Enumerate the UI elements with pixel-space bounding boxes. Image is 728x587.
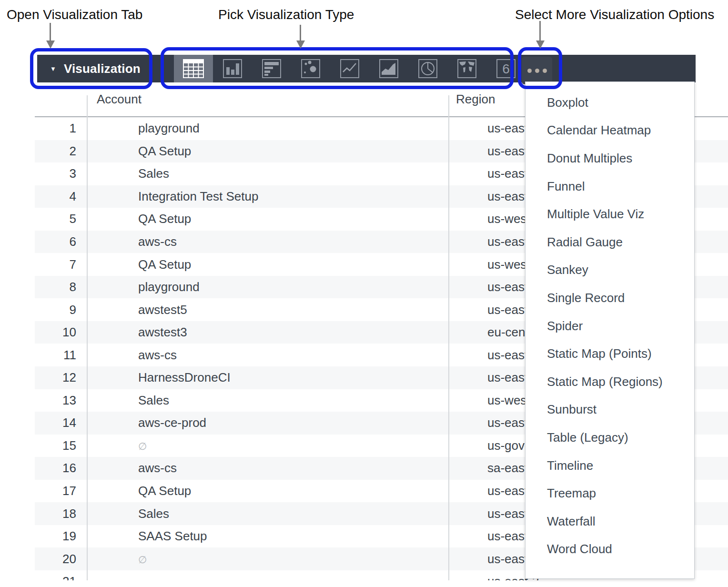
row-number-cell: 15	[35, 438, 76, 453]
ellipsis-icon	[535, 69, 539, 73]
annotation-pick-visualization-type: Pick Visualization Type	[218, 7, 354, 23]
menu-item-sankey[interactable]: Sankey	[526, 256, 694, 284]
account-cell: aws-cs	[128, 348, 480, 363]
row-number-cell: 14	[35, 415, 76, 430]
menu-item-radial-gauge[interactable]: Radial Gauge	[526, 228, 694, 256]
caret-down-icon: ▼	[50, 65, 56, 72]
null-value: ∅	[138, 441, 147, 452]
annotation-select-more-options: Select More Visualization Options	[515, 7, 714, 23]
viz-type-scatter-plot-icon[interactable]	[291, 55, 330, 82]
account-cell: awstest3	[128, 325, 480, 340]
menu-item-timeline[interactable]: Timeline	[526, 452, 694, 480]
column-header-region[interactable]: Region	[456, 82, 495, 116]
menu-item-boxplot[interactable]: Boxplot	[526, 89, 694, 117]
viz-type-area-chart-icon[interactable]	[369, 55, 408, 82]
account-cell: aws-cs	[128, 234, 480, 249]
account-cell: ∅	[128, 552, 480, 567]
row-number-cell: 3	[35, 166, 76, 181]
row-number-cell: 20	[35, 552, 76, 567]
account-cell: QA Setup	[128, 257, 480, 272]
viz-type-map-icon[interactable]	[447, 55, 486, 82]
viz-type-bar-chart-icon[interactable]	[252, 55, 291, 82]
menu-item-word-cloud[interactable]: Word Cloud	[526, 536, 694, 564]
arrow-down-icon	[539, 21, 541, 40]
menu-item-sunburst[interactable]: Sunburst	[526, 396, 694, 424]
visualization-tab-label: Visualization	[64, 61, 141, 76]
ellipsis-icon	[543, 69, 547, 73]
account-cell: playground	[128, 121, 480, 136]
viz-type-column-chart-icon[interactable]	[213, 55, 252, 82]
menu-item-funnel[interactable]: Funnel	[526, 172, 694, 201]
account-cell: Sales	[128, 166, 480, 181]
column-divider	[87, 95, 88, 580]
ellipsis-icon	[527, 69, 532, 73]
row-number-cell: 11	[35, 348, 76, 363]
menu-item-spider[interactable]: Spider	[526, 312, 694, 340]
account-cell: aws-ce-prod	[128, 415, 480, 430]
menu-item-table-legacy[interactable]: Table (Legacy)	[526, 424, 694, 452]
account-cell: QA Setup	[128, 212, 480, 226]
more-viz-options-button[interactable]	[522, 57, 552, 84]
more-viz-menu: BoxplotCalendar HeatmapDonut MultiplesFu…	[525, 81, 695, 579]
column-divider	[448, 95, 449, 580]
menu-item-single-record[interactable]: Single Record	[526, 284, 694, 312]
account-cell: playground	[128, 280, 480, 294]
row-number-cell: 9	[35, 303, 76, 317]
viz-type-picker: 6	[174, 55, 526, 82]
row-number-cell: 19	[35, 529, 76, 544]
account-cell: Sales	[128, 393, 480, 408]
menu-item-static-map-points[interactable]: Static Map (Points)	[526, 340, 694, 368]
account-cell: HarnessDroneCI	[128, 370, 480, 385]
null-value: ∅	[138, 554, 147, 565]
row-number-cell: 1	[35, 121, 76, 136]
row-number-cell: 12	[35, 370, 76, 385]
row-number-cell: 7	[35, 257, 76, 272]
viz-type-table-icon[interactable]	[174, 55, 213, 82]
account-cell: Integration Test Setup	[128, 189, 480, 204]
menu-item-multiple-value-viz[interactable]: Multiple Value Viz	[526, 200, 694, 228]
menu-item-treemap[interactable]: Treemap	[526, 479, 694, 507]
arrow-down-icon	[50, 23, 51, 40]
row-number-cell: 8	[35, 280, 76, 294]
visualization-tab-screenshot: Open Visualization Tab Pick Visualizatio…	[0, 0, 728, 587]
row-number-cell: 10	[35, 325, 76, 340]
row-number-cell: 5	[35, 212, 76, 226]
row-number-cell: 21	[35, 574, 76, 580]
visualization-tab-button[interactable]: ▼ Visualization	[37, 55, 156, 82]
account-cell: awstest5	[128, 303, 480, 317]
annotation-open-visualization-tab: Open Visualization Tab	[7, 7, 142, 23]
column-header-account[interactable]: Account	[97, 82, 142, 116]
viz-type-single-value-icon[interactable]: 6	[486, 55, 526, 82]
menu-item-donut-multiples[interactable]: Donut Multiples	[526, 144, 694, 172]
row-number-cell: 17	[35, 484, 76, 498]
account-cell: QA Setup	[128, 144, 480, 159]
viz-type-line-chart-icon[interactable]	[330, 55, 369, 82]
account-cell: SAAS Setup	[128, 529, 480, 544]
account-cell: Sales	[128, 506, 480, 521]
row-number-cell: 13	[35, 393, 76, 408]
menu-item-static-map-regions[interactable]: Static Map (Regions)	[526, 368, 694, 396]
account-cell: aws-cs	[128, 461, 480, 476]
row-number-cell: 4	[35, 189, 76, 204]
row-number-cell: 6	[35, 234, 76, 249]
menu-item-waterfall[interactable]: Waterfall	[526, 507, 694, 536]
account-cell: QA Setup	[128, 484, 480, 498]
account-cell: ∅	[128, 438, 480, 453]
single-value-glyph: 6	[502, 61, 510, 76]
row-number-cell: 18	[35, 506, 76, 521]
row-number-cell: 16	[35, 461, 76, 476]
row-number-cell: 2	[35, 144, 76, 159]
viz-type-pie-chart-icon[interactable]	[408, 55, 447, 82]
visualization-toolbar: ▼ Visualization	[37, 55, 696, 82]
menu-item-calendar-heatmap[interactable]: Calendar Heatmap	[526, 117, 694, 145]
arrow-down-icon	[300, 25, 301, 40]
